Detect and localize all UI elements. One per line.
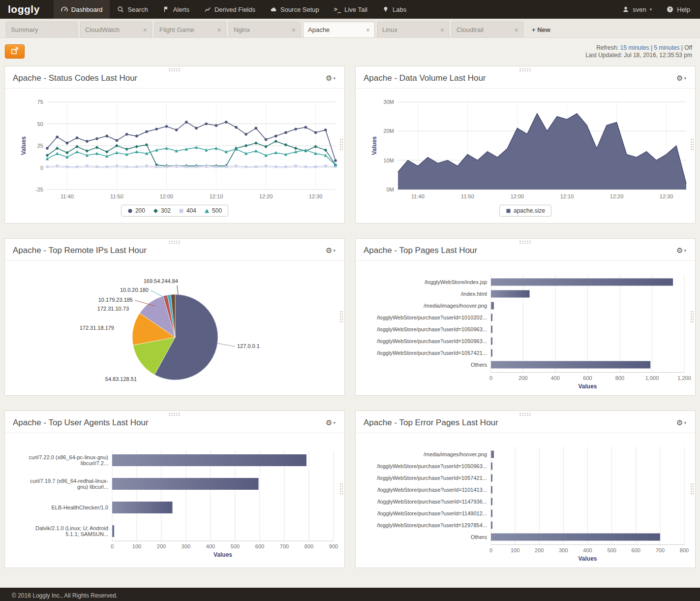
svg-text:11:50: 11:50 (461, 193, 474, 199)
panel-settings-button[interactable]: ⚙▾ (325, 417, 336, 428)
svg-text:12:30: 12:30 (309, 193, 323, 199)
panel-title: Apache - Top Remote IPs Last Hour (13, 246, 147, 255)
svg-text:/logglyWebStore/purchase?userI: /logglyWebStore/purchase?userId=1010202.… (377, 315, 487, 320)
svg-text:50: 50 (37, 121, 43, 127)
data-volume-area-chart[interactable]: 11:4011:5012:0012:1012:2012:300M10M20M30… (356, 91, 695, 201)
svg-text:172.31.10.73: 172.31.10.73 (97, 306, 129, 312)
svg-text:10.179.23.185: 10.179.23.185 (98, 297, 133, 303)
svg-text:600: 600 (255, 543, 264, 549)
nav-item-source-setup[interactable]: Source Setup (263, 0, 327, 19)
tab-apache[interactable]: Apache× (303, 22, 375, 37)
gear-icon: ⚙ (676, 246, 683, 255)
drag-handle-icon[interactable] (519, 412, 532, 416)
svg-text:/logglyWebStore/purchase?userI: /logglyWebStore/purchase?userId=1147936.… (377, 499, 487, 505)
svg-text:/logglyWebStore/purchase?userI: /logglyWebStore/purchase?userId=1057421.… (377, 475, 487, 481)
svg-text:/logglyWebStore/purchase?userI: /logglyWebStore/purchase?userId=1050963.… (377, 463, 487, 469)
close-icon[interactable]: × (366, 27, 370, 33)
nav-item-alerts[interactable]: Alerts (155, 0, 197, 19)
close-icon[interactable]: × (217, 27, 221, 33)
nav-item-dashboard[interactable]: Dashboard (54, 0, 110, 19)
nav-item-search[interactable]: Search (110, 0, 155, 19)
resize-handle-icon[interactable] (690, 483, 694, 496)
resize-handle-icon[interactable] (339, 138, 343, 151)
refresh-15-minutes-link[interactable]: 15 minutes (620, 44, 649, 51)
svg-text:600: 600 (632, 547, 640, 553)
page-footer: © 2016 Loggly Inc., All Rights Reserved. (0, 588, 700, 601)
refresh-label: Refresh: (596, 44, 618, 51)
tab-nginx[interactable]: Nginx× (229, 22, 301, 37)
panel-settings-button[interactable]: ⚙▾ (325, 245, 336, 256)
drag-handle-icon[interactable] (519, 68, 532, 72)
close-icon[interactable]: × (292, 27, 296, 33)
svg-text:Dalvik/2.1.0 (Linux; U; Androi: Dalvik/2.1.0 (Linux; U; Android5.1.1; SA… (35, 525, 108, 537)
drag-handle-icon[interactable] (519, 240, 532, 244)
nav-item-help[interactable]: ? Help (659, 0, 700, 19)
tab-flight-game[interactable]: Flight Game× (154, 22, 226, 37)
svg-text:ELB-HealthChecker/1.0: ELB-HealthChecker/1.0 (51, 505, 108, 510)
top-remote-ips-pie-chart[interactable]: 127.0.0.154.83.128.51172.31.18.179172.31… (5, 263, 344, 387)
svg-text:300: 300 (559, 547, 568, 553)
svg-text:54.83.128.51: 54.83.128.51 (105, 376, 137, 382)
nav-item-live-tail[interactable]: >_ Live Tail (327, 0, 375, 19)
drag-handle-icon[interactable] (168, 412, 181, 416)
close-icon[interactable]: × (440, 27, 444, 33)
gear-icon: ⚙ (676, 418, 683, 427)
svg-text:Others: Others (471, 534, 487, 540)
resize-handle-icon[interactable] (339, 483, 343, 496)
resize-handle-icon[interactable] (690, 138, 694, 151)
top-user-agents-bar-chart[interactable]: 0100200300400500600700800900curl/7.22.0 … (5, 435, 344, 559)
refresh-off-option[interactable]: Off (684, 44, 692, 51)
close-icon[interactable]: × (515, 27, 518, 33)
svg-text:/logglyWebStore/purchase?userI: /logglyWebStore/purchase?userId=1050963.… (377, 338, 487, 344)
svg-text:11:50: 11:50 (110, 193, 123, 199)
resize-handle-icon[interactable] (339, 311, 343, 323)
resize-handle-icon[interactable] (690, 311, 694, 323)
loggly-logo[interactable]: loggly (0, 0, 54, 19)
tab-cloudwatch[interactable]: CloudWatch× (80, 22, 152, 37)
top-error-pages-bar-chart[interactable]: 0100200300400500600700800/media/images/h… (356, 435, 695, 562)
svg-text:100: 100 (132, 543, 141, 549)
nav-item-labs[interactable]: Labs (375, 0, 414, 19)
svg-text:12:00: 12:00 (160, 193, 174, 199)
svg-text:500: 500 (607, 547, 616, 553)
panel-title: Apache - Top User Agents Last Hour (13, 418, 149, 428)
panel-settings-button[interactable]: ⚙▾ (675, 245, 687, 256)
close-icon[interactable]: × (143, 27, 147, 33)
status-codes-line-chart[interactable]: 11:4011:5012:0012:1012:2012:30-250255075… (5, 91, 344, 201)
dashboard-icon (61, 6, 68, 13)
share-dashboard-button[interactable] (5, 44, 25, 59)
panel-settings-button[interactable]: ⚙▾ (675, 73, 687, 84)
panel-settings-button[interactable]: ⚙▾ (325, 73, 336, 84)
tab-summary[interactable]: Summary (6, 22, 78, 37)
svg-text:/logglyWebStore/purchase?userI: /logglyWebStore/purchase?userId=1050963.… (377, 326, 487, 332)
top-pages-bar-chart[interactable]: 02004006008001,0001,200/logglyWebStore/i… (356, 263, 695, 390)
svg-text:12:30: 12:30 (660, 193, 673, 199)
flag-icon (163, 6, 170, 13)
gear-icon: ⚙ (326, 418, 332, 427)
tab-linux[interactable]: Linux× (377, 22, 449, 37)
refresh-5-minutes-link[interactable]: 5 minutes (654, 44, 679, 51)
panel-title: Apache - Top Pages Last Hour (364, 246, 477, 255)
panel-settings-button[interactable]: ⚙▾ (675, 417, 687, 428)
svg-text:500: 500 (231, 543, 240, 549)
svg-text:/logglyWebStore/purchase?userI: /logglyWebStore/purchase?userId=1101413.… (377, 487, 487, 493)
svg-text:100: 100 (511, 547, 519, 553)
svg-text:Values: Values (213, 551, 232, 558)
svg-text:Values: Values (371, 136, 378, 155)
nav-item-derived-fields[interactable]: Derived Fields (197, 0, 263, 19)
svg-text:700: 700 (280, 543, 289, 549)
svg-text:30M: 30M (384, 99, 394, 105)
chart-legend: apache.size (356, 203, 695, 217)
tab-cloudtrail[interactable]: Cloudtrail× (452, 22, 523, 37)
svg-text:200: 200 (535, 547, 544, 553)
gear-icon: ⚙ (326, 246, 332, 255)
drag-handle-icon[interactable] (168, 68, 181, 72)
svg-text:400: 400 (206, 543, 215, 549)
user-menu[interactable]: sven ▾ (615, 0, 659, 19)
terminal-icon: >_ (334, 6, 341, 13)
new-tab-button[interactable]: + New (526, 22, 556, 37)
svg-text:900: 900 (329, 543, 338, 549)
svg-text:12:20: 12:20 (610, 193, 624, 199)
drag-handle-icon[interactable] (168, 240, 181, 244)
svg-text:/logglyWebStore/purchase?userI: /logglyWebStore/purchase?userId=1057421.… (377, 350, 487, 356)
